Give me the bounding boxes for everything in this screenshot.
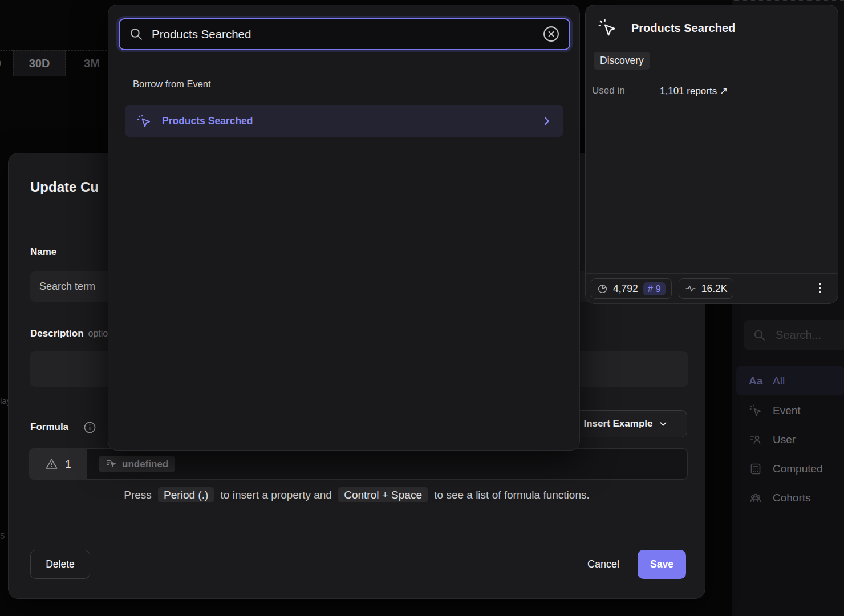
sidebar-item-computed[interactable]: Computed [736, 454, 844, 483]
cancel-button[interactable]: Cancel [587, 558, 619, 570]
delete-button[interactable]: Delete [30, 550, 90, 579]
time-range-control: D 30D 3M [0, 50, 118, 76]
user-icon [749, 433, 762, 447]
event-icon [597, 18, 618, 38]
search-icon [129, 27, 144, 42]
arrow-up-right-icon: ↗ [720, 86, 728, 96]
sidebar-item-cohorts[interactable]: Cohorts [736, 483, 844, 512]
category-badge: Discovery [594, 52, 650, 70]
sidebar-item-user[interactable]: User [736, 425, 844, 454]
used-in-row: Used in 1,101 reports ↗ [592, 85, 728, 97]
insert-example-button[interactable]: Insert Example [565, 410, 687, 437]
clear-search-icon[interactable] [542, 25, 560, 43]
formula-input[interactable]: undefined [87, 448, 688, 480]
modal-footer: Delete Cancel Save [30, 550, 686, 579]
control-space-key-chip: Control + Space [338, 487, 428, 502]
background-axis-fragment: 5 [0, 531, 5, 541]
event-volume-pill[interactable]: 16.2K [679, 278, 734, 299]
card-title: Products Searched [631, 22, 735, 35]
activity-icon [685, 283, 696, 294]
event-icon [749, 404, 762, 418]
used-in-reports-link[interactable]: 1,101 reports ↗ [660, 85, 728, 97]
modal-title: Update Cu [30, 179, 99, 195]
time-range-7d[interactable]: D [0, 50, 13, 76]
name-label: Name [30, 246, 56, 258]
info-icon[interactable] [83, 421, 96, 434]
card-header: Products Searched [597, 18, 735, 38]
formula-property-chip: undefined [99, 456, 175, 472]
rank-badge: # 9 [643, 282, 666, 295]
dropdown-search-input[interactable] [152, 27, 534, 41]
dropdown-search-field [119, 18, 570, 50]
save-button[interactable]: Save [638, 550, 686, 579]
formula-warning-indicator: 1 [29, 448, 87, 480]
borrow-from-event-section-label: Borrow from Event [133, 79, 211, 90]
formula-editor: 1 undefined [29, 448, 688, 480]
period-key-chip: Period (.) [158, 487, 214, 502]
sidebar-search-placeholder: Search... [776, 329, 821, 342]
sidebar-item-all[interactable]: Aa All [736, 366, 844, 395]
used-in-label: Used in [592, 85, 660, 97]
time-range-30d[interactable]: 30D [13, 50, 66, 76]
card-footer: 4,792 # 9 16.2K [586, 273, 838, 303]
event-detail-card: Products Searched Discovery Used in 1,10… [585, 5, 838, 304]
description-label: Descriptionoptional [30, 328, 120, 339]
sidebar-item-event[interactable]: Event [736, 396, 844, 425]
app-screen: D 30D 3M lay 5 Search... Aa All Event Us… [0, 0, 844, 616]
event-count-pill[interactable]: 4,792 # 9 [591, 278, 672, 299]
property-search-dropdown: Borrow from Event Products Searched [108, 5, 580, 451]
more-options-icon[interactable] [813, 280, 827, 297]
formula-hint: Press Period (.) to insert a property an… [9, 489, 705, 501]
event-icon [136, 114, 152, 129]
chevron-down-icon [658, 419, 668, 429]
sidebar-search-input[interactable]: Search... [744, 320, 844, 350]
aa-text-icon: Aa [749, 375, 762, 387]
event-result-products-searched[interactable]: Products Searched [125, 105, 563, 137]
warning-triangle-icon [45, 457, 58, 471]
property-icon [105, 458, 117, 470]
chevron-right-icon [541, 116, 552, 127]
cohorts-icon [749, 491, 762, 505]
computed-icon [749, 462, 762, 476]
search-icon [753, 329, 766, 342]
formula-label: Formula [30, 422, 68, 433]
warning-count: 1 [65, 458, 71, 471]
pie-chart-icon [597, 283, 608, 294]
